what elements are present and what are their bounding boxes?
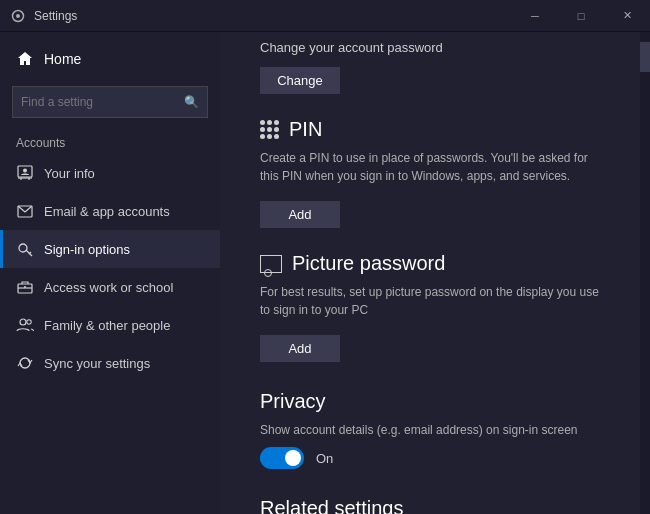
sidebar-item-label: Access work or school <box>44 280 173 295</box>
svg-point-6 <box>23 169 27 173</box>
sidebar-item-label: Your info <box>44 166 95 181</box>
key-icon <box>16 240 34 258</box>
change-password-section: Change your account password Change <box>260 32 600 94</box>
picture-password-heading-row: Picture password <box>260 252 600 275</box>
search-box[interactable]: 🔍 <box>12 86 208 118</box>
privacy-heading-row: Privacy <box>260 390 600 413</box>
related-settings-section: Related settings Lock screen <box>260 497 600 514</box>
sidebar-item-label: Family & other people <box>44 318 170 333</box>
sidebar-item-label: Sync your settings <box>44 356 150 371</box>
titlebar-title: Settings <box>34 9 77 23</box>
change-password-label: Change your account password <box>260 32 600 55</box>
sidebar: Home 🔍 Accounts Your info <box>0 32 220 514</box>
sidebar-item-your-info[interactable]: Your info <box>0 154 220 192</box>
close-button[interactable]: ✕ <box>604 0 650 32</box>
person-icon <box>16 164 34 182</box>
privacy-toggle[interactable] <box>260 447 304 469</box>
sidebar-item-sign-in-options[interactable]: Sign-in options <box>0 230 220 268</box>
picture-password-icon <box>260 255 282 273</box>
minimize-button[interactable]: ─ <box>512 0 558 32</box>
picture-password-description: For best results, set up picture passwor… <box>260 283 600 319</box>
picture-password-add-button[interactable]: Add <box>260 335 340 362</box>
accounts-section-label: Accounts <box>0 126 220 154</box>
email-icon <box>16 202 34 220</box>
privacy-toggle-label: On <box>316 451 333 466</box>
picture-password-title: Picture password <box>292 252 445 275</box>
pin-heading-row: PIN <box>260 118 600 141</box>
search-icon: 🔍 <box>184 95 199 109</box>
privacy-title: Privacy <box>260 390 326 413</box>
sidebar-item-email-app-accounts[interactable]: Email & app accounts <box>0 192 220 230</box>
picture-password-section: Picture password For best results, set u… <box>260 252 600 362</box>
app-body: Home 🔍 Accounts Your info <box>0 32 650 514</box>
toggle-knob <box>285 450 301 466</box>
privacy-toggle-row: On <box>260 447 600 469</box>
svg-line-10 <box>29 252 31 254</box>
sidebar-item-label: Sign-in options <box>44 242 130 257</box>
content-area: Change your account password Change PIN … <box>220 32 640 514</box>
pin-title: PIN <box>289 118 322 141</box>
sidebar-home-label: Home <box>44 51 81 67</box>
related-settings-heading-row: Related settings <box>260 497 600 514</box>
briefcase-icon <box>16 278 34 296</box>
sidebar-item-access-work-school[interactable]: Access work or school <box>0 268 220 306</box>
pin-description: Create a PIN to use in place of password… <box>260 149 600 185</box>
maximize-button[interactable]: □ <box>558 0 604 32</box>
sidebar-item-home[interactable]: Home <box>0 40 220 78</box>
sync-icon <box>16 354 34 372</box>
titlebar: Settings ─ □ ✕ <box>0 0 650 32</box>
scrollbar-thumb[interactable] <box>640 42 650 72</box>
settings-app-icon <box>10 8 26 24</box>
pin-icon <box>260 120 279 139</box>
svg-point-1 <box>16 14 20 18</box>
privacy-show-account-label: Show account details (e.g. email address… <box>260 421 600 439</box>
svg-point-15 <box>27 320 31 324</box>
home-icon <box>16 50 34 68</box>
privacy-section: Privacy Show account details (e.g. email… <box>260 390 600 469</box>
related-settings-title: Related settings <box>260 497 403 514</box>
svg-line-9 <box>26 250 32 256</box>
sidebar-item-sync-settings[interactable]: Sync your settings <box>0 344 220 382</box>
sidebar-item-label: Email & app accounts <box>44 204 170 219</box>
change-password-button[interactable]: Change <box>260 67 340 94</box>
pin-add-button[interactable]: Add <box>260 201 340 228</box>
pin-section: PIN Create a PIN to use in place of pass… <box>260 118 600 228</box>
svg-point-8 <box>19 244 27 252</box>
search-input[interactable] <box>21 95 180 109</box>
people-icon <box>16 316 34 334</box>
titlebar-controls: ─ □ ✕ <box>512 0 650 32</box>
svg-point-14 <box>20 319 26 325</box>
titlebar-left: Settings <box>10 8 77 24</box>
sidebar-item-family-other-people[interactable]: Family & other people <box>0 306 220 344</box>
scrollbar[interactable] <box>640 32 650 514</box>
